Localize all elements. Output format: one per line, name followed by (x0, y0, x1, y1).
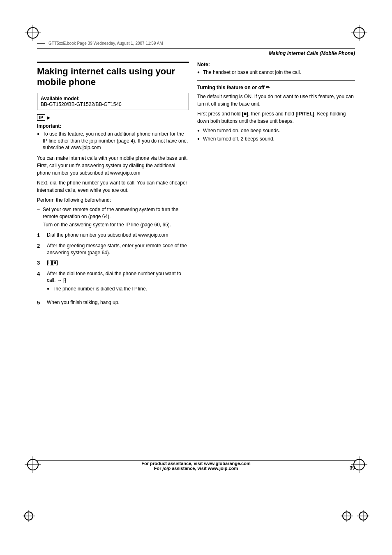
body-para-3: Perform the following beforehand: (37, 196, 189, 204)
step-4-bullets: The phone number is dialled via the IP l… (47, 286, 189, 292)
step-1-content: Dial the phone number you subscribed at … (47, 232, 189, 239)
key-stop: [■] (242, 111, 248, 117)
feature-body-2: First press and hold [■], then press and… (197, 110, 355, 125)
corner-mark-tr (351, 25, 367, 41)
model-box-models: BB-GT1520/BB-GT1522/BB-GT1540 (41, 101, 185, 107)
ip-arrow: ▶ (47, 115, 50, 120)
footer-line2-prefix: For (154, 466, 163, 471)
footer-line2: For joip assistance, visit www.joip.com (37, 466, 355, 471)
right-column: Note: The handset or base unit cannot jo… (197, 62, 355, 452)
steps-list: 1 Dial the phone number you subscribed a… (37, 232, 189, 307)
bottom-reg-center (341, 510, 353, 522)
footer-line2-suffix: assistance, visit www.joip.com (171, 466, 238, 471)
bottom-reg-left (23, 510, 35, 522)
important-label: Important: (37, 123, 189, 129)
model-box: Available model: BB-GT1520/BB-GT1522/BB-… (37, 93, 189, 110)
footer-joip-brand: joip (163, 466, 171, 471)
prereq-2: Turn on the answering system for the IP … (37, 221, 189, 228)
important-bullet-1: To use this feature, you need an additio… (37, 131, 189, 151)
note-bullets: The handset or base unit cannot join the… (197, 69, 355, 76)
prereq-1: Set your own remote code of the answerin… (37, 206, 189, 220)
step-2: 2 After the greeting message starts, ent… (37, 242, 189, 256)
feature-heading-text: Turning this feature on or off (197, 85, 266, 90)
footer-line1: For product assistance, visit www.globar… (37, 461, 355, 466)
step-3: 3 [𝅨][9] (37, 259, 189, 267)
step-4-num: 4 (37, 270, 44, 278)
step-4: 4 After the dial tone sounds, dial the p… (37, 270, 189, 296)
model-box-label: Available model: (41, 96, 185, 101)
note-bullet-1: The handset or base unit cannot join the… (197, 69, 355, 76)
ip-indicator: IP (37, 114, 45, 121)
footer-text: For product assistance, visit www.globar… (37, 461, 355, 471)
step-2-num: 2 (37, 242, 44, 250)
important-bullets: To use this feature, you need an additio… (37, 131, 189, 151)
section-divider (197, 80, 355, 81)
note-label: Note: (197, 62, 355, 67)
step-3-num: 3 (37, 259, 44, 267)
step-5-num: 5 (37, 299, 44, 306)
page-number: 39 (350, 465, 355, 471)
body-para-1: You can make internet calls with your mo… (37, 154, 189, 177)
feature-heading: Turning this feature on or off ✏ (197, 85, 355, 90)
step-1: 1 Dial the phone number you subscribed a… (37, 232, 189, 239)
left-column: Making internet calls using your mobile … (37, 62, 189, 452)
page: GTT5xxE.book Page 39 Wednesday, August 1… (0, 0, 392, 555)
bottom-reg-area (0, 510, 392, 522)
header-area: GTT5xxE.book Page 39 Wednesday, August 1… (37, 41, 355, 46)
feature-bullet-on: When turned on, one beep sounds. (197, 127, 355, 134)
prereqs-list: Set your own remote code of the answerin… (37, 206, 189, 228)
top-rule (37, 48, 355, 49)
step-1-num: 1 (37, 232, 44, 239)
page-header-title: Making Internet Calls (Mobile Phone) (269, 51, 355, 56)
header-file-text: GTT5xxE.book Page 39 Wednesday, August 1… (48, 41, 163, 46)
body-para-2: Next, dial the phone number you want to … (37, 179, 189, 194)
footer-rule (37, 460, 355, 461)
step-4-content: After the dial tone sounds, dial the pho… (47, 270, 189, 296)
step-5-content: When you finish talking, hang up. (47, 299, 189, 306)
step-3-content: [𝅨][9] (47, 259, 189, 266)
step-4-bullet-1: The phone number is dialled via the IP l… (47, 286, 189, 292)
content-area: Making internet calls using your mobile … (37, 62, 355, 452)
corner-mark-tl (25, 25, 41, 41)
ip-line: IP ▶ (37, 114, 189, 122)
main-heading: Making internet calls using your mobile … (37, 62, 189, 88)
feature-body-1: The default setting is ON. If you do not… (197, 93, 355, 108)
feature-bullets: When turned on, one beep sounds. When tu… (197, 127, 355, 143)
step-2-content: After the greeting message starts, enter… (47, 242, 189, 256)
bottom-reg-right (357, 510, 369, 522)
memo-icon: ✏ (266, 85, 270, 90)
key-iptel: [IP/TEL] (295, 111, 314, 117)
step-5: 5 When you finish talking, hang up. (37, 299, 189, 306)
feature-bullet-off: When turned off, 2 beeps sound. (197, 136, 355, 143)
